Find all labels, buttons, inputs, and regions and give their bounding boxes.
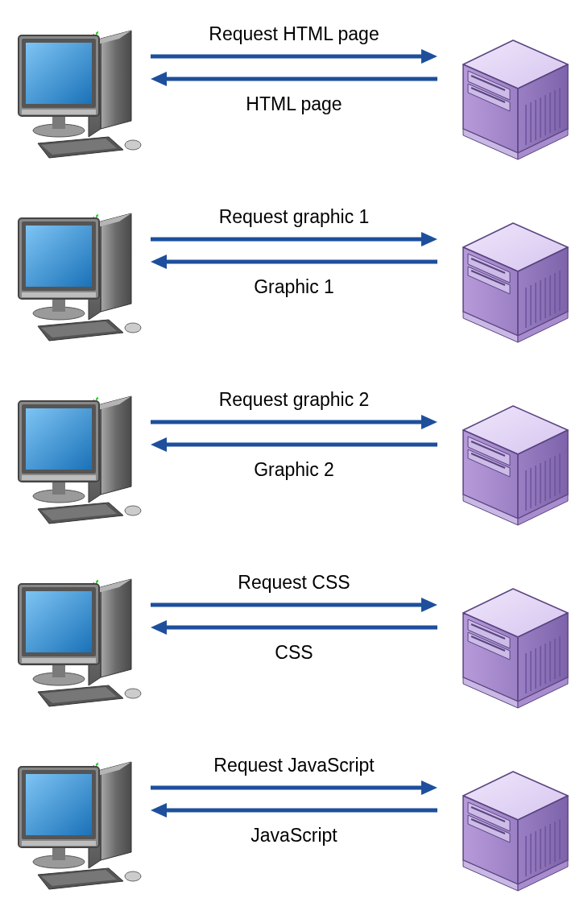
client-node xyxy=(12,755,149,896)
response-label: Graphic 1 xyxy=(149,277,439,297)
exchange-row: Request graphic 2 Graphic 2 xyxy=(8,374,580,547)
message-arrows: Request CSS CSS xyxy=(149,573,439,664)
response-label: CSS xyxy=(149,643,439,663)
client-computer-icon xyxy=(12,24,149,161)
server-icon xyxy=(447,32,576,161)
arrow-left-icon xyxy=(149,620,439,635)
svg-marker-39 xyxy=(101,213,131,312)
request-label: Request HTML page xyxy=(149,24,439,44)
svg-rect-131 xyxy=(22,658,96,663)
svg-rect-53 xyxy=(22,292,96,297)
svg-marker-19 xyxy=(421,49,437,64)
message-arrows: Request JavaScript JavaScript xyxy=(149,755,439,847)
arrow-left-icon xyxy=(149,255,439,269)
client-node xyxy=(12,24,149,164)
svg-point-95 xyxy=(125,506,141,515)
exchange-row: Request graphic 1 Graphic 1 xyxy=(8,191,580,364)
svg-marker-97 xyxy=(421,415,437,429)
arrow-left-icon xyxy=(149,72,439,86)
response-label: Graphic 2 xyxy=(149,460,439,480)
svg-rect-125 xyxy=(96,580,98,584)
svg-point-17 xyxy=(125,140,141,150)
exchange-row: Request HTML page HTML page xyxy=(8,8,580,181)
svg-rect-8 xyxy=(96,31,98,35)
server-icon xyxy=(447,764,576,892)
client-computer-icon xyxy=(12,390,149,527)
svg-marker-175 xyxy=(421,780,437,795)
svg-rect-169 xyxy=(26,774,92,835)
arrow-left-icon xyxy=(149,437,439,452)
server-node xyxy=(447,398,576,530)
client-node xyxy=(12,207,149,347)
svg-rect-170 xyxy=(22,841,96,846)
server-node xyxy=(447,581,576,713)
server-node xyxy=(447,215,576,347)
arrow-left-icon xyxy=(149,803,439,818)
arrow-right-icon xyxy=(149,49,439,64)
client-computer-icon xyxy=(12,207,149,344)
svg-point-134 xyxy=(125,689,141,698)
server-icon xyxy=(447,581,576,710)
arrow-right-icon xyxy=(149,598,439,612)
svg-marker-0 xyxy=(101,31,131,129)
response-label: JavaScript xyxy=(149,826,439,846)
svg-rect-86 xyxy=(96,397,98,401)
client-computer-icon xyxy=(12,755,149,892)
svg-point-56 xyxy=(125,323,141,333)
svg-rect-13 xyxy=(26,43,92,104)
svg-point-173 xyxy=(125,871,141,881)
server-node xyxy=(447,764,576,896)
message-arrows: Request HTML page HTML page xyxy=(149,24,439,115)
svg-rect-91 xyxy=(26,408,92,470)
server-icon xyxy=(447,215,576,344)
request-label: Request CSS xyxy=(149,573,439,593)
arrow-right-icon xyxy=(149,415,439,429)
svg-marker-78 xyxy=(101,396,131,495)
request-label: Request graphic 1 xyxy=(149,207,439,227)
message-arrows: Request graphic 2 Graphic 2 xyxy=(149,390,439,481)
client-node xyxy=(12,390,149,530)
request-label: Request graphic 2 xyxy=(149,390,439,410)
svg-rect-130 xyxy=(26,591,92,652)
client-computer-icon xyxy=(12,573,149,710)
svg-rect-92 xyxy=(22,475,96,480)
arrow-right-icon xyxy=(149,232,439,246)
arrow-right-icon xyxy=(149,780,439,795)
server-node xyxy=(447,32,576,164)
svg-marker-156 xyxy=(101,762,131,860)
request-label: Request JavaScript xyxy=(149,755,439,776)
svg-marker-117 xyxy=(101,579,131,677)
server-icon xyxy=(447,398,576,527)
svg-rect-164 xyxy=(96,763,98,767)
svg-marker-58 xyxy=(421,232,437,246)
svg-rect-47 xyxy=(96,214,98,218)
client-node xyxy=(12,573,149,713)
svg-marker-136 xyxy=(421,598,437,612)
response-label: HTML page xyxy=(149,94,439,114)
exchange-row: Request CSS CSS xyxy=(8,557,580,730)
svg-rect-52 xyxy=(26,226,92,287)
svg-rect-14 xyxy=(22,110,96,114)
exchange-row: Request JavaScript JavaScript xyxy=(8,739,580,913)
message-arrows: Request graphic 1 Graphic 1 xyxy=(149,207,439,298)
